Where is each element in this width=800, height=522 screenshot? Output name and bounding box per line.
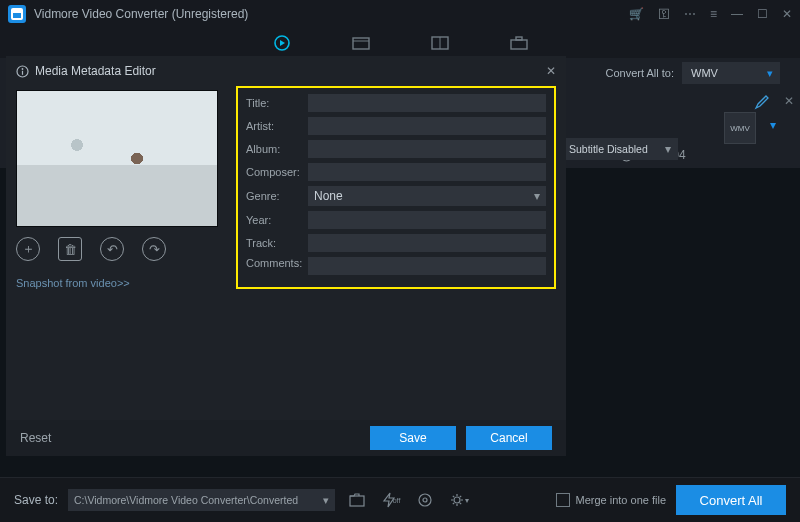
chevron-down-icon: ▾ xyxy=(323,494,329,506)
undo-icon[interactable]: ↶ xyxy=(100,237,124,261)
svg-rect-7 xyxy=(516,37,522,40)
minimize-icon[interactable]: — xyxy=(731,7,743,21)
convert-all-format-value: WMV xyxy=(691,67,718,79)
year-field[interactable] xyxy=(308,211,546,229)
track-label: Track: xyxy=(246,237,308,249)
svg-rect-18 xyxy=(350,496,364,506)
svg-point-21 xyxy=(454,497,460,503)
svg-rect-17 xyxy=(22,70,23,74)
genre-value: None xyxy=(314,189,343,203)
close-icon[interactable]: ✕ xyxy=(782,7,792,21)
maximize-icon[interactable]: ☐ xyxy=(757,7,768,21)
high-speed-icon[interactable] xyxy=(413,489,437,511)
titlebar: Vidmore Video Converter (Unregistered) 🛒… xyxy=(0,0,800,28)
title-label: Title: xyxy=(246,97,308,109)
output-format-thumb[interactable]: WMV xyxy=(724,112,756,144)
saveto-label: Save to: xyxy=(14,493,58,507)
reset-button[interactable]: Reset xyxy=(20,431,51,445)
saveto-path-value: C:\Vidmore\Vidmore Video Converter\Conve… xyxy=(74,494,298,506)
save-button[interactable]: Save xyxy=(370,426,456,450)
cancel-button[interactable]: Cancel xyxy=(466,426,552,450)
checkbox-icon xyxy=(556,493,570,507)
track-field[interactable] xyxy=(308,234,546,252)
feedback-icon[interactable]: ⋯ xyxy=(684,7,696,21)
svg-rect-2 xyxy=(353,38,369,49)
metadata-form-highlighted: Title: Artist: Album: Composer: Genre: N… xyxy=(236,86,556,289)
info-icon xyxy=(16,65,29,78)
remove-file-icon[interactable]: ✕ xyxy=(784,94,794,108)
main-toolbar xyxy=(0,28,800,58)
year-label: Year: xyxy=(246,214,308,226)
settings-icon[interactable]: ▾ xyxy=(447,489,471,511)
svg-marker-1 xyxy=(280,40,285,46)
output-format-chevron-icon[interactable]: ▾ xyxy=(770,118,776,132)
subtitle-select[interactable]: Subtitle Disabled ▾ xyxy=(560,138,678,160)
merge-checkbox[interactable]: Merge into one file xyxy=(556,493,667,507)
cover-thumbnail xyxy=(16,90,218,227)
title-field[interactable] xyxy=(308,94,546,112)
merge-label: Merge into one file xyxy=(576,494,667,506)
app-title: Vidmore Video Converter (Unregistered) xyxy=(34,7,248,21)
artist-label: Artist: xyxy=(246,120,308,132)
output-format-badge: WMV xyxy=(730,124,750,133)
svg-point-19 xyxy=(419,494,431,506)
convert-all-button[interactable]: Convert All xyxy=(676,485,786,515)
convert-all-format-select[interactable]: WMV ▾ xyxy=(682,62,780,84)
svg-rect-6 xyxy=(511,40,527,49)
footer-bar: Save to: C:\Vidmore\Vidmore Video Conver… xyxy=(0,477,800,522)
metadata-editor-modal: Media Metadata Editor ✕ ＋ 🗑 ↶ ↷ Snapshot… xyxy=(6,56,566,456)
genre-label: Genre: xyxy=(246,190,308,202)
comments-label: Comments: xyxy=(246,257,308,269)
tab-mv[interactable] xyxy=(349,34,373,52)
comments-field[interactable] xyxy=(308,257,546,275)
tab-collage[interactable] xyxy=(428,34,452,52)
key-icon[interactable]: ⚿ xyxy=(658,7,670,21)
chevron-down-icon: ▾ xyxy=(767,67,773,80)
delete-cover-icon[interactable]: 🗑 xyxy=(58,237,82,261)
album-field[interactable] xyxy=(308,140,546,158)
redo-icon[interactable]: ↷ xyxy=(142,237,166,261)
tab-toolbox[interactable] xyxy=(507,34,531,52)
svg-point-16 xyxy=(22,68,24,70)
tab-converter[interactable] xyxy=(270,34,294,52)
composer-label: Composer: xyxy=(246,166,308,178)
modal-close-icon[interactable]: ✕ xyxy=(546,64,556,78)
genre-select[interactable]: None▾ xyxy=(308,186,546,206)
snapshot-from-video-link[interactable]: Snapshot from video>> xyxy=(16,277,216,289)
subtitle-value: Subtitle Disabled xyxy=(569,143,648,155)
chevron-down-icon: ▾ xyxy=(534,189,540,203)
app-logo xyxy=(8,5,26,23)
saveto-path-select[interactable]: C:\Vidmore\Vidmore Video Converter\Conve… xyxy=(68,489,335,511)
album-label: Album: xyxy=(246,143,308,155)
menu-icon[interactable]: ≡ xyxy=(710,7,717,21)
edit-icon[interactable] xyxy=(754,94,770,110)
composer-field[interactable] xyxy=(308,163,546,181)
gpu-accel-icon[interactable]: off xyxy=(379,489,403,511)
add-cover-icon[interactable]: ＋ xyxy=(16,237,40,261)
chevron-down-icon: ▾ xyxy=(665,142,671,156)
modal-title: Media Metadata Editor xyxy=(35,64,156,78)
cart-icon[interactable]: 🛒 xyxy=(629,7,644,21)
svg-point-20 xyxy=(423,498,427,502)
artist-field[interactable] xyxy=(308,117,546,135)
open-folder-icon[interactable] xyxy=(345,489,369,511)
convert-all-label: Convert All to: xyxy=(606,67,674,79)
